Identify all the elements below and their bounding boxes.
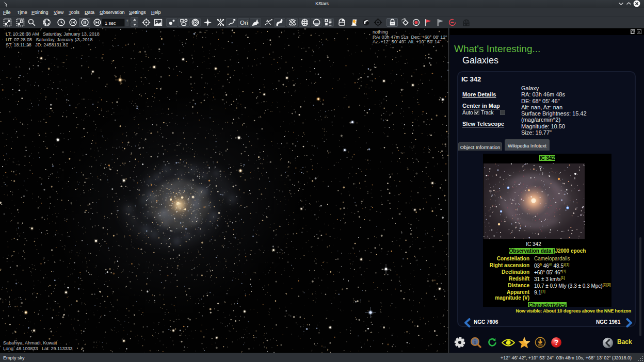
svg-text:?: ? [554, 338, 559, 347]
svg-text:Ori: Ori [240, 19, 248, 26]
